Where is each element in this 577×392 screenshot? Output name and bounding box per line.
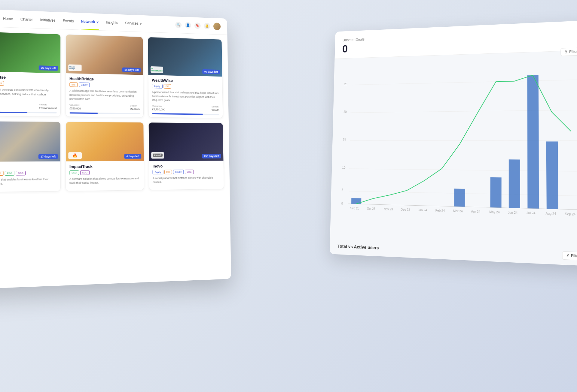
inovo-body: Inovo Equity EIS Equity SDG A social pla… [149, 161, 224, 190]
chart-container: 25 20 15 10 5 0 25 20 15 10 5 0 [330, 50, 577, 240]
eenew-title: Eenew [0, 164, 56, 169]
nav-item-network[interactable]: Network ∨ [78, 17, 102, 26]
nav-events-label: Events [63, 19, 74, 23]
greenpulse-progress [0, 111, 56, 113]
svg-rect-21 [509, 159, 520, 208]
inovo-title: Inovo [153, 164, 220, 168]
impacttrack-desc: A software solution that allows companie… [69, 176, 140, 185]
nav-item-services[interactable]: Services ∨ [122, 19, 145, 27]
svg-text:Jan 24: Jan 24 [418, 208, 427, 212]
tag-sdg: SDG [185, 170, 194, 174]
bottom-filter-label: Filter [571, 254, 577, 258]
person-icon[interactable]: 👤 [185, 22, 191, 29]
inovo-logo: inovo® [151, 152, 164, 158]
nav-icons: 🔍 👤 🔖 🔔 [175, 21, 221, 30]
healthbridge-days-badge: 14 days left [122, 68, 141, 73]
nav-items: Home Charter Initiatives Events Network … [0, 14, 175, 29]
nav-item-initiatives[interactable]: Initiatives [37, 16, 58, 24]
svg-rect-22 [527, 75, 539, 209]
nav-network-label: Network ∨ [81, 19, 99, 24]
svg-text:May 24: May 24 [489, 210, 500, 214]
svg-rect-18 [351, 198, 362, 204]
bookmark-icon[interactable]: 🔖 [194, 22, 201, 29]
wealthwise-desc: A personalized financial wellness tool t… [152, 90, 219, 103]
svg-text:0: 0 [341, 202, 343, 205]
card-image-wealthwise: W WealthWise 90 days left [148, 37, 222, 77]
tag-sdg: SDG [16, 170, 26, 175]
wealthwise-valuation: Valuation: £3,750,000 [152, 104, 165, 111]
inovo-desc: A social platform that matches donors wi… [153, 176, 220, 184]
greenpulse-body: GreenPulse Equity EIS A platform that co… [0, 71, 60, 116]
deals-section: ● GreenPulse 25 days left GreenPulse Equ… [0, 26, 231, 289]
deal-card-healthbridge[interactable]: Health Bridge 14 days left HealthBridge … [66, 34, 144, 117]
healthbridge-valuation: Valuation: £250,000 [69, 104, 81, 110]
wealthwise-progress [152, 113, 219, 115]
deal-card-eenew[interactable]: ● Eenew 17 days left Eenew Equity EIS ES… [0, 121, 61, 192]
svg-line-13 [350, 110, 577, 113]
deal-card-impacttrack[interactable]: 🔥 4 days left ImpactTrack ESG SDG A soft… [66, 122, 144, 191]
svg-text:Jul 24: Jul 24 [527, 211, 536, 215]
svg-text:Aug 24: Aug 24 [546, 212, 557, 216]
deal-card-greenpulse[interactable]: ● GreenPulse 25 days left GreenPulse Equ… [0, 32, 61, 117]
svg-rect-23 [546, 141, 558, 209]
wealthwise-sector: Sector: Wealth [212, 105, 219, 111]
healthbridge-meta: Valuation: £250,000 Sector: Medtech [69, 104, 140, 111]
search-icon[interactable]: 🔍 [175, 22, 182, 28]
card-image-inovo: inovo® 250 days left [149, 122, 223, 161]
svg-text:5: 5 [342, 188, 343, 191]
deal-card-wealthwise[interactable]: W WealthWise 90 days left WealthWise Equ… [148, 37, 223, 118]
nav-item-home[interactable]: Home [0, 14, 16, 23]
card-image-impacttrack: 🔥 4 days left [66, 122, 144, 161]
tag-eis: EIS [0, 81, 4, 86]
nav-initiatives-label: Initiatives [40, 18, 56, 23]
bottom-filter-button[interactable]: ⊻ Filter ∨ [562, 251, 577, 261]
svg-line-12 [351, 80, 577, 85]
deals-row-2: ● Eenew 17 days left Eenew Equity EIS ES… [0, 121, 224, 192]
analytics-panel: Unseen Deals 0 ⊻ Filter ∨ ··· 25 20 15 1… [330, 20, 577, 267]
eenew-tags: Equity EIS ESG SDG [0, 170, 56, 176]
inovo-tags: Equity EIS Equity SDG [153, 169, 220, 174]
impacttrack-body: ImpactTrack ESG SDG A software solution … [66, 161, 144, 191]
nav-item-events[interactable]: Events [60, 17, 77, 25]
impacttrack-days-badge: 4 days left [124, 154, 142, 158]
nav-insights-label: Insights [106, 20, 118, 25]
healthbridge-logo: Health Bridge [68, 64, 81, 71]
eenew-days-badge: 17 days left [38, 154, 58, 159]
wealthwise-meta: Valuation: £3,750,000 Sector: Wealth [152, 104, 219, 111]
impacttrack-title: ImpactTrack [69, 164, 140, 169]
tag-equity: Equity [152, 84, 163, 88]
card-image-eenew: ● Eenew 17 days left [0, 121, 60, 162]
wealthwise-body: WealthWise Equity EIS A personalized fin… [148, 75, 223, 118]
wealthwise-logo: W WealthWise [151, 66, 163, 73]
svg-line-15 [349, 169, 577, 171]
wealthwise-days-badge: 90 days left [202, 69, 220, 74]
nav-item-insights[interactable]: Insights [103, 18, 121, 26]
tag-sdg: SDG [80, 170, 90, 175]
card-image-greenpulse: ● GreenPulse 25 days left [0, 32, 60, 73]
nav-charter-label: Charter [20, 17, 33, 22]
svg-text:Jun 24: Jun 24 [508, 211, 518, 215]
impacttrack-logo: 🔥 [68, 152, 82, 159]
tag-esg: ESG [5, 171, 15, 176]
eenew-desc: A marketplace that enables businesses to… [0, 177, 56, 186]
tag-eis: EIS [0, 171, 4, 176]
chart-title: Total vs Active users [337, 243, 379, 250]
marketplace-panel: Itriom Home Charter Initiatives Events N… [0, 9, 231, 289]
nav-item-charter[interactable]: Charter [17, 15, 36, 23]
user-avatar[interactable] [213, 23, 221, 30]
greenpulse-days-badge: 25 days left [38, 65, 58, 71]
svg-text:25: 25 [344, 82, 347, 86]
healthbridge-desc: A telehealth app that facilitates seamle… [69, 89, 140, 102]
bell-icon[interactable]: 🔔 [204, 23, 210, 29]
healthbridge-progress [69, 112, 140, 114]
deals-row-1: ● GreenPulse 25 days left GreenPulse Equ… [0, 32, 223, 118]
nav-services-label: Services ∨ [125, 21, 142, 26]
greenpulse-desc: A platform that connects consumers with … [0, 87, 56, 101]
healthbridge-sector: Sector: Medtech [130, 104, 140, 110]
deal-card-inovo[interactable]: inovo® 250 days left Inovo Equity EIS Eq… [148, 122, 224, 190]
svg-text:20: 20 [343, 110, 347, 113]
healthbridge-title: HealthBridge [69, 76, 140, 82]
svg-text:Nov 23: Nov 23 [383, 207, 393, 211]
svg-text:Mar 24: Mar 24 [453, 209, 463, 213]
tag-esg: ESG [69, 170, 79, 175]
